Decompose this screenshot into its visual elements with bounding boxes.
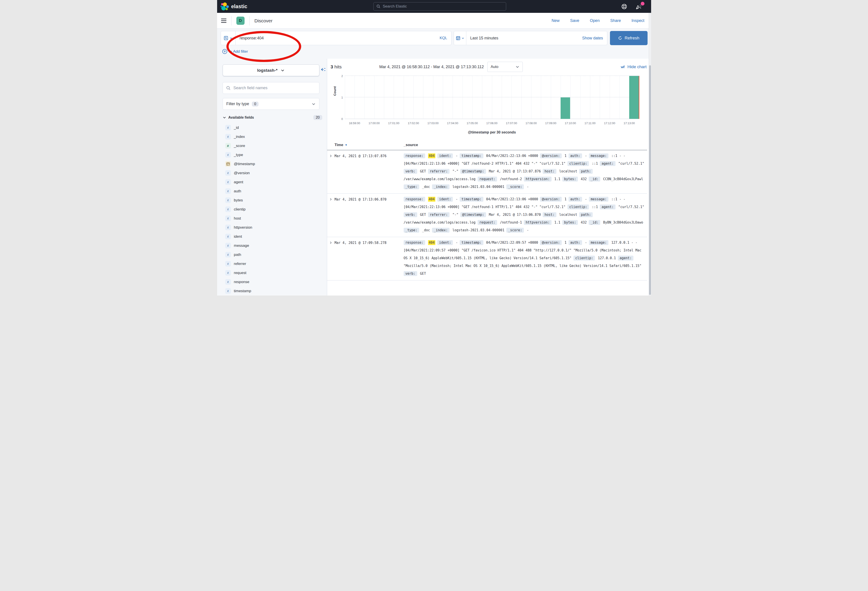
field-value: 127.0.0.1: [598, 256, 616, 260]
available-fields-label: Available fields: [229, 115, 254, 120]
field-value: /notfound-2: [500, 177, 522, 181]
elastic-logo[interactable]: elastic: [220, 2, 247, 11]
time-column-label: Time: [335, 143, 343, 147]
menu-icon[interactable]: [221, 19, 226, 23]
field-item-@version[interactable]: t@version: [223, 168, 322, 177]
field-name-badge: message:: [589, 154, 608, 158]
refresh-button[interactable]: Refresh: [610, 31, 648, 45]
field-item-timestamp[interactable]: ttimestamp: [223, 287, 322, 296]
query-input[interactable]: response:404 KQL: [236, 31, 452, 45]
page-scrollbar[interactable]: [649, 13, 651, 296]
field-item-ident[interactable]: tident: [223, 232, 322, 241]
show-dates-button[interactable]: Show dates: [582, 36, 603, 40]
expand-row-icon[interactable]: [327, 239, 335, 278]
field-item-_score[interactable]: #_score: [223, 141, 322, 150]
chart-gridline-vertical: [521, 76, 522, 119]
field-item-httpversion[interactable]: thttpversion: [223, 223, 322, 232]
discover-app-icon[interactable]: D: [236, 16, 245, 25]
main-area: logstash-* Search field names Filter by …: [217, 59, 651, 296]
expand-row-icon[interactable]: [327, 152, 335, 191]
x-axis-labels: 16:59:0017:00:0017:01:0017:02:0017:03:00…: [345, 121, 639, 126]
field-item-request[interactable]: trequest: [223, 268, 322, 277]
time-range-input[interactable]: Last 15 minutes Show dates: [466, 31, 607, 45]
chart-gridline-horizontal: [345, 75, 639, 76]
global-header: elastic Search Elastic: [217, 0, 651, 13]
histogram-interval-select[interactable]: Auto: [487, 62, 523, 72]
field-name-badge: clientip:: [573, 256, 595, 260]
histogram-bar[interactable]: [561, 98, 570, 119]
field-value: logstash-2021.03.04-000001: [452, 185, 504, 189]
field-value: -: [456, 241, 458, 245]
field-item-_type[interactable]: t_type: [223, 150, 322, 160]
field-item-response[interactable]: tresponse: [223, 277, 322, 287]
date-picker-button[interactable]: [454, 31, 466, 45]
filter-by-type-label: Filter by type: [226, 102, 249, 106]
field-name-badge: @timestamp:: [461, 169, 486, 174]
top-nav-inspect-button[interactable]: Inspect: [632, 18, 644, 23]
filter-by-type-count-badge: 0: [252, 102, 259, 106]
field-name-badge: _score:: [506, 228, 524, 233]
field-value: 1: [565, 197, 567, 201]
field-value: -: [585, 197, 587, 201]
time-range-value: Last 15 minutes: [470, 36, 498, 40]
field-name: _id: [234, 126, 239, 130]
field-item-@timestamp[interactable]: @timestamp: [223, 160, 322, 168]
field-item-bytes[interactable]: tbytes: [223, 196, 322, 205]
top-nav-open-button[interactable]: Open: [590, 18, 599, 23]
field-name-badge: auth:: [568, 240, 582, 245]
global-search-input[interactable]: Search Elastic: [373, 2, 506, 10]
field-value: "Mozilla/5.0 (Macintosh; Intel Mac OS X …: [404, 264, 642, 268]
filter-bar: + Add filter: [221, 45, 648, 54]
scrollbar-thumb[interactable]: [649, 65, 651, 295]
field-item-clientip[interactable]: tclientip: [223, 205, 322, 214]
field-item-_id[interactable]: t_id: [223, 123, 322, 132]
chevron-down-icon: [461, 37, 464, 40]
index-pattern-selector[interactable]: logstash-*: [223, 64, 319, 76]
newsfeed-icon[interactable]: [636, 3, 642, 9]
field-item-host[interactable]: thost: [223, 214, 322, 223]
fields-sidebar: logstash-* Search field names Filter by …: [217, 59, 327, 296]
time-cell: Mar 4, 2021 @ 17:09:58.278: [335, 239, 404, 278]
x-axis-tick-label: 17:10:00: [565, 121, 576, 125]
available-fields-header[interactable]: Available fields 20: [223, 115, 322, 120]
field-name-badge: bytes:: [562, 177, 578, 182]
filter-by-type-select[interactable]: Filter by type 0: [223, 98, 319, 110]
time-column-header[interactable]: Time ▼: [335, 143, 404, 147]
field-item-path[interactable]: tpath: [223, 250, 322, 259]
divider: [231, 16, 232, 25]
expand-row-icon[interactable]: [327, 195, 335, 234]
help-icon[interactable]: [621, 3, 627, 9]
field-type-text-icon: t: [225, 225, 231, 230]
field-item-_index[interactable]: t_index: [223, 132, 322, 141]
field-value: /var/www/example.com/logs/access.log: [404, 177, 475, 181]
field-item-message[interactable]: tmessage: [223, 241, 322, 250]
histogram-bar[interactable]: [629, 76, 639, 119]
query-language-button[interactable]: KQL: [440, 36, 447, 40]
x-axis-tick-label: 17:04:00: [447, 121, 458, 125]
collapse-sidebar-icon[interactable]: [320, 66, 326, 73]
field-name-badge: @timestamp:: [461, 212, 486, 217]
field-item-agent[interactable]: tagent: [223, 177, 322, 186]
top-nav-new-button[interactable]: New: [552, 18, 559, 23]
field-type-text-icon: t: [225, 279, 231, 285]
field-search-input[interactable]: Search field names: [223, 82, 319, 94]
field-name-badge: @version:: [540, 240, 561, 245]
field-name: ident: [234, 234, 242, 239]
field-name-badge: message:: [589, 197, 608, 202]
top-nav-save-button[interactable]: Save: [570, 18, 579, 23]
top-nav-share-button[interactable]: Share: [610, 18, 621, 23]
field-name-badge: timestamp:: [460, 154, 483, 158]
saved-query-menu-button[interactable]: [221, 31, 236, 45]
field-item-referrer[interactable]: treferrer: [223, 259, 322, 268]
field-name-badge: referrer:: [428, 212, 449, 217]
field-type-text-icon: t: [225, 270, 231, 276]
y-axis-title: Count: [333, 86, 337, 96]
field-value: 432: [581, 220, 587, 225]
add-filter-button[interactable]: + Add filter: [230, 49, 248, 54]
field-search-placeholder: Search field names: [233, 86, 267, 90]
filter-icon[interactable]: [222, 49, 227, 54]
field-name: _index: [234, 134, 245, 139]
hide-chart-button[interactable]: Hide chart: [620, 64, 647, 69]
field-value: -: [527, 185, 529, 189]
field-item-auth[interactable]: tauth: [223, 186, 322, 196]
